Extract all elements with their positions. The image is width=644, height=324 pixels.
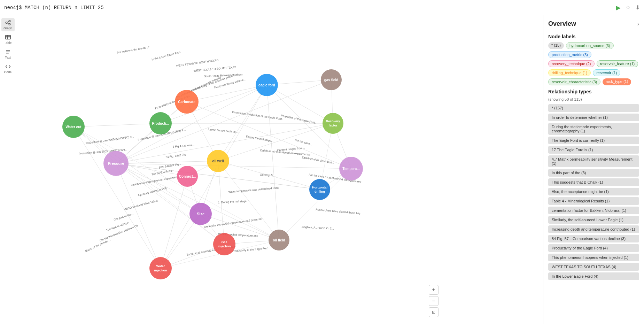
relationship-item[interactable]: WEST TEXAS TO SOUTH TEXAS (4) <box>548 263 639 271</box>
graph-svg: In the Lower Eagle Ford For instance, th… <box>16 15 543 324</box>
svg-line-53 <box>73 127 161 268</box>
svg-text:Recovery: Recovery <box>326 119 340 123</box>
graph-area[interactable]: In the Lower Eagle Ford For instance, th… <box>16 15 543 324</box>
node-label-tag[interactable]: drilling_technique (1) <box>548 69 591 76</box>
svg-text:oil field: oil field <box>273 238 285 242</box>
relationship-item[interactable]: In the Lower Eagle Ford (4) <box>548 272 639 280</box>
sidebar-item-graph[interactable]: Graph <box>1 18 15 31</box>
left-sidebar: Graph Table Text Code <box>0 15 16 324</box>
svg-line-30 <box>218 85 267 161</box>
svg-text:During the hull stage...: During the hull stage... <box>246 135 274 143</box>
svg-text:Researchers have divided those: Researchers have divided those key <box>316 208 360 215</box>
zoom-in-button[interactable]: + <box>429 285 439 295</box>
svg-text:Size: Size <box>197 212 204 216</box>
node-label-tag[interactable]: * (15) <box>548 42 564 49</box>
svg-text:Gas: Gas <box>221 240 227 244</box>
sidebar-item-table[interactable]: Table <box>1 33 15 46</box>
svg-text:Water: Water <box>156 264 165 268</box>
svg-text:In the Lower Eagle Ford: In the Lower Eagle Ford <box>151 51 181 61</box>
node-label-tag[interactable]: reservoir_feature (1) <box>597 60 638 67</box>
relationship-count: (showing 50 of 113) <box>548 97 639 101</box>
svg-text:Tempera...: Tempera... <box>342 167 359 171</box>
svg-text:drilling: drilling <box>315 190 325 193</box>
relationship-item[interactable]: In this part of the (3) <box>548 169 639 177</box>
main-layout: Graph Table Text Code <box>0 15 644 324</box>
relationship-item[interactable]: 17 The Eagle Ford is (1) <box>548 146 639 154</box>
relationship-item[interactable]: Similarly, the self-sourced Lower Eagle … <box>548 216 639 224</box>
svg-text:eagle ford: eagle ford <box>258 83 275 87</box>
node-label-tag[interactable]: recovery_technique (2) <box>548 60 595 67</box>
relationship-item[interactable]: The Eagle Ford is cur-rently (1) <box>548 137 639 144</box>
sidebar-label-text: Text <box>5 56 11 59</box>
svg-text:Tier SPE 4 Perry...: Tier SPE 4 Perry... <box>152 168 174 176</box>
svg-line-33 <box>267 85 279 240</box>
sidebar-item-text[interactable]: Text <box>1 47 15 61</box>
svg-text:Goedey, M...: Goedey, M... <box>260 173 276 177</box>
query-display: neo4j$ MATCH (n) RETURN n LIMIT 25 <box>4 5 616 10</box>
svg-line-19 <box>116 163 224 244</box>
svg-text:Water temperature was determin: Water temperature was determined using <box>228 186 279 194</box>
overview-title: Overview <box>548 20 576 28</box>
relationship-item[interactable]: Productivity of the Eagle Ford (4) <box>548 244 639 252</box>
zoom-out-button[interactable]: − <box>429 296 439 306</box>
relationship-item[interactable]: During the staticmode experiments, chrom… <box>548 123 639 135</box>
svg-line-63 <box>73 127 279 240</box>
svg-text:Zadeh et al as described...: Zadeh et al as described... <box>302 156 334 164</box>
relationship-item[interactable]: Also, the acceptance might be (1) <box>548 188 639 195</box>
svg-point-126 <box>309 179 330 200</box>
svg-text:SPE 14n5a9 Fig...: SPE 14n5a9 Fig... <box>158 162 181 169</box>
sidebar-label-graph: Graph <box>3 26 12 30</box>
relationship-item[interactable]: Increasing depth and temperature contrib… <box>548 225 639 233</box>
right-panel: Overview › Node labels * (15)hydrocarbon… <box>543 15 644 324</box>
svg-text:WEST TEXAS TO SOUTH TEXAS: WEST TEXAS TO SOUTH TEXAS <box>176 59 219 68</box>
relationship-item[interactable]: This phenomenon happens when injected (1… <box>548 254 639 261</box>
relationship-item[interactable]: cementation factor for Bakken, Niobrara,… <box>548 207 639 214</box>
svg-line-40 <box>218 123 333 161</box>
node-label-tag[interactable]: rock_type (1) <box>603 78 631 85</box>
relationship-item[interactable]: 4.7 Matrix permeability sensitivity Meas… <box>548 155 639 167</box>
collapse-button[interactable]: › <box>637 21 639 27</box>
node-label-tag[interactable]: production_metric (3) <box>548 51 591 58</box>
relationship-list: * (157)In order to determine whether (1)… <box>548 104 639 282</box>
node-label-tag[interactable]: hydrocarbon_source (3) <box>566 42 614 49</box>
zoom-controls: + − ⊡ <box>429 285 439 317</box>
svg-line-48 <box>73 123 161 127</box>
svg-text:Horizontal: Horizontal <box>312 186 327 189</box>
zoom-fit-button[interactable]: ⊡ <box>429 307 439 317</box>
svg-text:Cumulative Production of the E: Cumulative Production of the Eagle Ford.… <box>232 110 285 121</box>
svg-line-3 <box>7 21 9 22</box>
sidebar-label-table: Table <box>4 41 12 45</box>
svg-text:Zadeh et al 45designed an expe: Zadeh et al 45designed an experimental <box>131 175 180 187</box>
download-button[interactable]: ⬇ <box>635 4 640 11</box>
node-labels-title: Node labels <box>548 34 639 39</box>
relationship-item[interactable]: 84 Fig. 57—Comparison various decline (3… <box>548 235 639 242</box>
right-panel-content[interactable]: Node labels * (15)hydrocarbon_source (3)… <box>543 30 644 324</box>
svg-text:For instance, the results of: For instance, the results of <box>117 46 150 54</box>
svg-text:WEST TEXAS TO SOUTH TEXAS: WEST TEXAS TO SOUTH TEXAS <box>193 65 236 72</box>
svg-text:Match of the primary...: Match of the primary... <box>85 238 111 253</box>
star-button[interactable]: ☆ <box>626 4 630 11</box>
svg-line-62 <box>73 127 224 244</box>
relationship-item[interactable]: * (157) <box>548 104 639 112</box>
relationship-types-title: Relationship types <box>548 89 639 94</box>
sidebar-item-code[interactable]: Code <box>1 62 15 75</box>
svg-text:injection: injection <box>218 245 231 248</box>
node-labels-tags: * (15)hydrocarbon_source (3)production_m… <box>548 42 639 85</box>
svg-point-136 <box>149 257 172 279</box>
svg-text:Content ranges from...: Content ranges from... <box>277 146 305 152</box>
svg-line-25 <box>116 80 331 163</box>
svg-text:Pressure: Pressure <box>108 161 124 165</box>
svg-text:oil well: oil well <box>212 159 224 163</box>
relationship-item[interactable]: Table 4 - Mineralogical Results (1) <box>548 197 639 205</box>
relationship-item[interactable]: In order to determine whether (1) <box>548 114 639 121</box>
svg-text:Productivity of the Eagle Ford: Productivity of the Eagle Ford <box>232 247 268 253</box>
relationship-item[interactable]: This suggests that B Chalk (1) <box>548 178 639 186</box>
svg-line-16 <box>116 161 218 163</box>
svg-point-115 <box>323 113 343 134</box>
svg-text:gas field: gas field <box>324 78 339 82</box>
node-label-tag[interactable]: reservoir (1) <box>593 69 620 76</box>
svg-text:injection: injection <box>154 269 167 272</box>
run-button[interactable]: ▶ <box>616 4 621 11</box>
node-label-tag[interactable]: reservoir_characteristic (3) <box>548 78 600 85</box>
svg-text:Carbonate: Carbonate <box>178 100 195 104</box>
